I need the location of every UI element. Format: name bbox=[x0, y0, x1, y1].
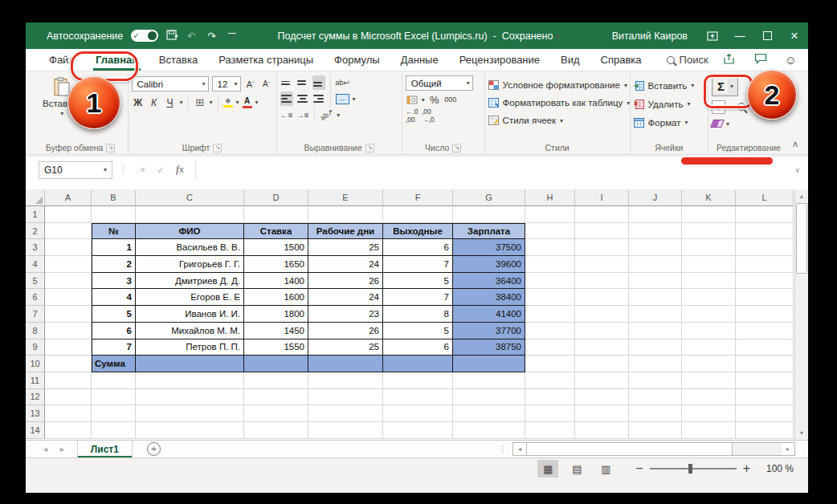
cell-J2[interactable] bbox=[629, 223, 682, 240]
cellbtn-0[interactable]: Вставить▾ bbox=[634, 76, 695, 95]
zoom-level[interactable]: 100 % bbox=[758, 463, 794, 474]
cell-C13[interactable] bbox=[136, 405, 244, 422]
cell-D3[interactable]: 1500 bbox=[244, 239, 308, 256]
column-header-F[interactable]: F bbox=[383, 189, 453, 206]
cell-I12[interactable] bbox=[575, 389, 629, 406]
column-header-I[interactable]: I bbox=[575, 189, 629, 206]
row-header-14[interactable]: 14 bbox=[26, 422, 45, 439]
cell-G10[interactable] bbox=[453, 356, 525, 372]
cell-I9[interactable] bbox=[575, 339, 629, 356]
cell-I1[interactable] bbox=[575, 206, 629, 223]
cell-A12[interactable] bbox=[45, 389, 92, 406]
cell-J5[interactable] bbox=[629, 273, 682, 290]
cell-K5[interactable] bbox=[682, 273, 736, 290]
cell-G14[interactable] bbox=[453, 422, 525, 439]
font-size-select[interactable]: 12▾ bbox=[212, 76, 241, 91]
scroll-down-icon[interactable]: ▼ bbox=[795, 426, 808, 440]
cell-B5[interactable]: 3 bbox=[92, 273, 136, 290]
chevron-down-icon[interactable]: ▾ bbox=[255, 99, 259, 106]
cell-L1[interactable] bbox=[736, 206, 794, 223]
decrease-decimal-button[interactable]: ,00→,0 bbox=[422, 108, 435, 123]
column-header-C[interactable]: C bbox=[136, 189, 244, 206]
format-painter-button[interactable] bbox=[88, 97, 99, 112]
cell-A3[interactable] bbox=[45, 239, 92, 256]
cell-F12[interactable] bbox=[383, 389, 453, 406]
tab-Вид[interactable]: Вид bbox=[550, 49, 590, 71]
cell-K10[interactable] bbox=[682, 356, 736, 372]
enter-button[interactable]: ✓ bbox=[157, 165, 165, 176]
search-box[interactable]: Поиск bbox=[667, 49, 708, 71]
chevron-down-icon[interactable]: ▾ bbox=[751, 104, 754, 111]
copy-button[interactable] bbox=[88, 79, 99, 93]
cell-J8[interactable] bbox=[629, 323, 682, 339]
cell-A8[interactable] bbox=[45, 323, 92, 339]
cell-I6[interactable] bbox=[575, 289, 629, 306]
align-top-button[interactable] bbox=[280, 75, 293, 90]
cell-D13[interactable] bbox=[244, 405, 308, 422]
chevron-down-icon[interactable]: ▾ bbox=[729, 104, 732, 111]
cell-K13[interactable] bbox=[682, 405, 736, 422]
cell-I11[interactable] bbox=[575, 372, 629, 389]
chevron-down-icon[interactable]: ▾ bbox=[728, 83, 736, 90]
cell-B3[interactable]: 1 bbox=[92, 239, 136, 256]
cell-B7[interactable]: 5 bbox=[92, 306, 136, 323]
name-box[interactable]: G10 ▾ bbox=[39, 161, 112, 179]
row-header-1[interactable]: 1 bbox=[26, 206, 45, 223]
cell-F9[interactable]: 6 bbox=[383, 339, 453, 356]
column-header-J[interactable]: J bbox=[629, 189, 682, 206]
tab-Формулы[interactable]: Формулы bbox=[324, 49, 390, 71]
cellbtn-2[interactable]: Формат▾ bbox=[634, 113, 688, 132]
paste-button[interactable]: Вставить ▾ bbox=[37, 75, 88, 120]
cell-D7[interactable]: 1800 bbox=[244, 306, 308, 323]
cell-H12[interactable] bbox=[525, 389, 575, 406]
cell-J13[interactable] bbox=[629, 405, 682, 422]
new-sheet-button[interactable]: + bbox=[147, 441, 161, 457]
cell-F2[interactable]: Выходные bbox=[383, 223, 453, 240]
column-header-D[interactable]: D bbox=[244, 189, 308, 206]
cell-A10[interactable] bbox=[45, 356, 92, 372]
cell-F4[interactable]: 7 bbox=[383, 256, 453, 273]
wrap-text-button[interactable]: ab↩ bbox=[336, 75, 350, 90]
cell-E8[interactable]: 26 bbox=[308, 323, 383, 339]
cell-J14[interactable] bbox=[629, 422, 682, 439]
stylebtn-0[interactable]: Условное форматирование▾ bbox=[488, 76, 627, 94]
cell-G12[interactable] bbox=[453, 389, 525, 406]
scroll-left-icon[interactable]: ◄ bbox=[513, 443, 526, 455]
page-layout-view-button[interactable]: ▤ bbox=[566, 460, 587, 478]
cell-E1[interactable] bbox=[308, 206, 383, 223]
cancel-button[interactable]: × bbox=[140, 165, 145, 176]
chevron-down-icon[interactable]: ▾ bbox=[353, 96, 356, 103]
increase-decimal-button[interactable]: ←.0,00 bbox=[406, 108, 418, 123]
row-header-4[interactable]: 4 bbox=[26, 256, 45, 273]
cell-D6[interactable]: 1600 bbox=[244, 289, 308, 306]
cell-I2[interactable] bbox=[575, 223, 629, 240]
cell-B12[interactable] bbox=[92, 389, 136, 406]
cell-G9[interactable]: 38750 bbox=[453, 339, 525, 356]
cell-C11[interactable] bbox=[136, 372, 244, 389]
select-all-button[interactable] bbox=[26, 189, 45, 206]
vertical-scrollbar[interactable]: ▲ ▼ bbox=[794, 189, 808, 440]
dialog-launcher-icon[interactable]: ↘ bbox=[365, 144, 374, 152]
cell-C12[interactable] bbox=[136, 389, 244, 406]
decrease-indent-button[interactable]: ←≡ bbox=[280, 108, 293, 122]
column-header-A[interactable]: A bbox=[45, 189, 92, 206]
cell-A4[interactable] bbox=[45, 256, 92, 273]
tab-Файл[interactable]: Файл bbox=[39, 49, 85, 71]
cell-B1[interactable] bbox=[92, 206, 136, 223]
cell-A11[interactable] bbox=[45, 372, 92, 389]
stylebtn-1[interactable]: Форматировать как таблицу▾ bbox=[488, 94, 631, 112]
underline-button[interactable]: Ч bbox=[164, 96, 177, 110]
cell-E3[interactable]: 25 bbox=[308, 239, 383, 256]
cell-I3[interactable] bbox=[575, 239, 629, 256]
font-color-button[interactable]: А bbox=[243, 97, 252, 108]
cell-A2[interactable] bbox=[45, 223, 92, 240]
cell-B9[interactable]: 7 bbox=[92, 339, 136, 356]
cell-J10[interactable] bbox=[629, 356, 682, 372]
cell-G13[interactable] bbox=[453, 405, 525, 422]
row-header-3[interactable]: 3 bbox=[26, 239, 45, 256]
cell-H2[interactable] bbox=[525, 223, 575, 240]
merge-center-button[interactable]: ↔ bbox=[336, 91, 349, 106]
column-header-H[interactable]: H bbox=[525, 189, 575, 206]
expand-formula-bar-button[interactable]: ∨ bbox=[786, 166, 808, 174]
cell-K8[interactable] bbox=[682, 323, 736, 339]
